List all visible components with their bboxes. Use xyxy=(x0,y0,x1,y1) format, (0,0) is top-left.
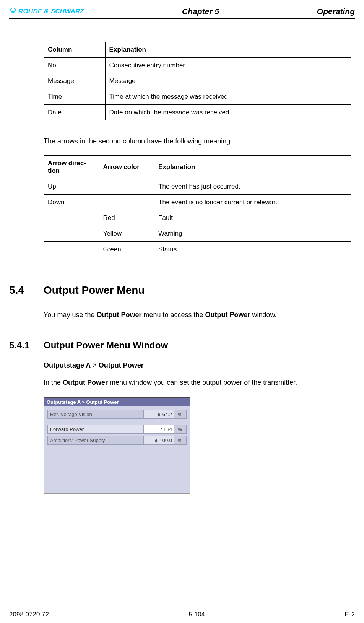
section-label: Operating xyxy=(317,7,355,16)
svg-rect-0 xyxy=(10,8,16,13)
subsection-heading: 5.4.1 Output Power Menu Window xyxy=(44,340,351,351)
forward-power-unit: W xyxy=(174,425,187,434)
section-number: 5.4 xyxy=(9,284,44,296)
table1-cell: Date on which the message was received xyxy=(105,105,351,120)
table1-header-explanation: Explanation xyxy=(105,42,351,58)
ref-voltage-unit: % xyxy=(174,410,187,419)
svg-point-1 xyxy=(12,11,14,13)
arrows-paragraph: The arrows in the second column have the… xyxy=(44,137,351,145)
table2-cell: Down xyxy=(44,195,99,210)
brand-text: ROHDE & SCHWARZ xyxy=(18,8,84,15)
table1-cell: Consecutive entry number xyxy=(105,58,351,73)
amplifiers-value[interactable]: ▲▼100.0 xyxy=(144,436,174,445)
table1-cell: Time at which the message was received xyxy=(105,89,351,105)
table2-cell: The event has just occurred. xyxy=(154,179,351,195)
table1-cell: No xyxy=(44,58,106,73)
table2-header-direction: Arrow direc­tion xyxy=(44,156,99,179)
spinner-icon[interactable]: ▲▼ xyxy=(154,438,158,443)
footer-right: E-2 xyxy=(345,611,355,618)
forward-power-row: Forward Power 7 834 W xyxy=(47,425,187,434)
spinner-icon[interactable]: ▲▼ xyxy=(157,412,161,417)
subsection-number: 5.4.1 xyxy=(9,340,44,351)
ref-voltage-label: Ref. Voltage Vision xyxy=(47,410,144,419)
forward-power-label: Forward Power xyxy=(47,425,144,434)
table2-cell xyxy=(99,179,154,195)
table2-cell xyxy=(99,195,154,210)
output-power-window: Outputstage A > Output Power Ref. Voltag… xyxy=(44,397,190,494)
table2-cell xyxy=(44,210,99,226)
table2-cell: Red xyxy=(99,210,154,226)
table1-header-column: Column xyxy=(44,42,106,58)
amplifiers-unit: % xyxy=(174,436,187,445)
table2-cell: The event is no longer current or releva… xyxy=(154,195,351,210)
footer-left: 2098.0720.72 xyxy=(9,611,49,618)
brand: ROHDE & SCHWARZ xyxy=(9,8,84,15)
amplifiers-label: Amplifiers' Power Supply xyxy=(47,436,144,445)
page-header: ROHDE & SCHWARZ Chapter 5 Operating xyxy=(9,7,355,19)
table1-cell: Date xyxy=(44,105,106,120)
table2-cell: Status xyxy=(154,242,351,257)
table1-cell: Message xyxy=(44,73,106,89)
table2-cell: Green xyxy=(99,242,154,257)
column-explanation-table: Column Explanation No Consecutive entry … xyxy=(44,42,351,120)
table2-cell: Up xyxy=(44,179,99,195)
brand-logo-icon xyxy=(9,8,17,15)
footer-center: - 5.104 - xyxy=(185,611,209,618)
section-heading: 5.4 Output Power Menu xyxy=(44,284,351,296)
table2-header-explanation: Explanation xyxy=(154,156,351,179)
ref-voltage-row: Ref. Voltage Vision ▲▼64.2 % xyxy=(47,410,187,419)
arrow-explanation-table: Arrow direc­tion Arrow color Explanation… xyxy=(44,155,351,257)
table2-cell: Warning xyxy=(154,226,351,242)
section-title: Output Power Menu xyxy=(44,284,145,296)
table2-cell: Fault xyxy=(154,210,351,226)
table1-cell: Time xyxy=(44,89,106,105)
menu-path: Outputstage A > Output Power xyxy=(44,361,351,369)
forward-power-value: 7 834 xyxy=(144,425,174,434)
section-intro: You may use the Output Power menu to acc… xyxy=(44,311,351,319)
table2-cell: Yellow xyxy=(99,226,154,242)
table2-cell xyxy=(44,242,99,257)
table1-cell: Message xyxy=(105,73,351,89)
amplifiers-row: Amplifiers' Power Supply ▲▼100.0 % xyxy=(47,436,187,445)
subsection-desc: In the Output Power menu window you can … xyxy=(44,379,351,387)
subsection-title: Output Power Menu Window xyxy=(44,340,168,351)
chapter-label: Chapter 5 xyxy=(84,7,317,16)
window-title: Outputstage A > Output Power xyxy=(44,398,190,406)
table2-header-color: Arrow color xyxy=(99,156,154,179)
ref-voltage-value[interactable]: ▲▼64.2 xyxy=(144,410,174,419)
page-footer: 2098.0720.72 - 5.104 - E-2 xyxy=(9,611,355,618)
table2-cell xyxy=(44,226,99,242)
